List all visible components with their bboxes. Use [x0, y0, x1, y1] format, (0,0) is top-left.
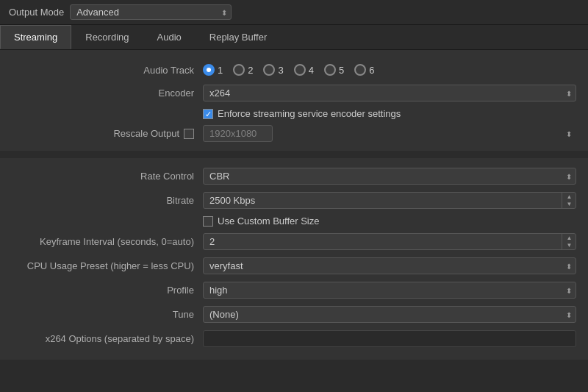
- keyframe-down-arrow[interactable]: ▼: [567, 242, 573, 249]
- rate-control-control: CBR: [203, 168, 576, 185]
- audio-track-1[interactable]: 1: [203, 64, 223, 76]
- tab-audio[interactable]: Audio: [143, 25, 196, 49]
- audio-track-1-radio[interactable]: [203, 64, 215, 76]
- top-bar: Output Mode Advanced: [0, 0, 588, 25]
- tune-select[interactable]: (None): [203, 306, 576, 323]
- profile-label: Profile: [12, 285, 203, 296]
- output-mode-select[interactable]: Advanced: [70, 4, 232, 20]
- bitrate-spinner[interactable]: ▲ ▼: [562, 192, 576, 209]
- custom-buffer-label[interactable]: Use Custom Buffer Size: [218, 215, 319, 227]
- profile-row: Profile high: [0, 278, 588, 302]
- enforce-checkbox-row: Enforce streaming service encoder settin…: [0, 105, 588, 122]
- keyframe-label: Keyframe Interval (seconds, 0=auto): [12, 236, 203, 247]
- bitrate-down-arrow[interactable]: ▼: [567, 201, 573, 208]
- audio-track-label: Audio Track: [12, 65, 203, 76]
- profile-control: high: [203, 282, 576, 299]
- cpu-preset-control: veryfast: [203, 257, 576, 274]
- audio-track-1-label: 1: [218, 65, 223, 76]
- tab-streaming[interactable]: Streaming: [0, 25, 71, 49]
- keyframe-up-arrow[interactable]: ▲: [567, 235, 573, 242]
- encoder-row: Encoder x264: [0, 81, 588, 105]
- rescale-label-container: Rescale Output: [12, 128, 203, 139]
- audio-track-6-label: 6: [369, 65, 374, 76]
- cpu-preset-select[interactable]: veryfast: [203, 257, 576, 274]
- x264-options-input[interactable]: [203, 330, 576, 347]
- tune-row: Tune (None): [0, 302, 588, 327]
- audio-track-2-radio[interactable]: [233, 64, 245, 76]
- custom-buffer-checkbox[interactable]: [203, 216, 213, 227]
- encoder-select-wrapper: x264: [203, 85, 576, 101]
- audio-track-6[interactable]: 6: [354, 64, 374, 76]
- bitrate-control: ▲ ▼: [203, 192, 576, 209]
- cpu-preset-label: CPU Usage Preset (higher = less CPU): [12, 260, 203, 271]
- audio-track-3[interactable]: 3: [263, 64, 283, 76]
- tune-label: Tune: [12, 309, 203, 320]
- rescale-select[interactable]: 1920x1080: [203, 125, 273, 142]
- tab-replay-buffer[interactable]: Replay Buffer: [196, 25, 282, 49]
- audio-track-5-radio[interactable]: [324, 64, 336, 76]
- audio-track-4-label: 4: [309, 65, 314, 76]
- audio-track-3-radio[interactable]: [263, 64, 275, 76]
- bitrate-input[interactable]: [203, 192, 576, 209]
- custom-buffer-row: Use Custom Buffer Size: [0, 213, 588, 229]
- tune-control: (None): [203, 306, 576, 323]
- section-divider: [0, 151, 588, 158]
- encoder-select[interactable]: x264: [203, 85, 576, 101]
- bitrate-label: Bitrate: [12, 195, 203, 206]
- rate-control-label: Rate Control: [12, 171, 203, 182]
- x264-options-label: x264 Options (separated by space): [12, 333, 203, 344]
- audio-track-5-label: 5: [339, 65, 344, 76]
- x264-options-row: x264 Options (separated by space): [0, 327, 588, 351]
- tab-recording[interactable]: Recording: [71, 25, 143, 49]
- enforce-checkbox[interactable]: [203, 109, 213, 119]
- encoder-label: Encoder: [12, 88, 203, 99]
- keyframe-row: Keyframe Interval (seconds, 0=auto) ▲ ▼: [0, 229, 588, 254]
- content-panel: Audio Track 1 2 3 4 5: [0, 50, 588, 360]
- audio-track-options: 1 2 3 4 5 6: [203, 64, 576, 76]
- keyframe-control: ▲ ▼: [203, 233, 576, 250]
- cpu-preset-wrapper: veryfast: [203, 257, 576, 274]
- output-mode-wrapper: Advanced: [70, 4, 232, 20]
- audio-track-3-label: 3: [278, 65, 283, 76]
- rate-control-select[interactable]: CBR: [203, 168, 576, 185]
- bitrate-up-arrow[interactable]: ▲: [567, 193, 573, 201]
- rescale-label-text: Rescale Output: [113, 128, 179, 139]
- audio-track-row: Audio Track 1 2 3 4 5: [0, 59, 588, 81]
- output-mode-label: Output Mode: [9, 7, 64, 18]
- audio-track-5[interactable]: 5: [324, 64, 344, 76]
- profile-select[interactable]: high: [203, 282, 576, 299]
- enforce-label[interactable]: Enforce streaming service encoder settin…: [218, 108, 401, 119]
- rescale-row: Rescale Output 1920x1080: [0, 122, 588, 145]
- rescale-checkbox[interactable]: [184, 129, 194, 139]
- tune-wrapper: (None): [203, 306, 576, 323]
- cpu-preset-row: CPU Usage Preset (higher = less CPU) ver…: [0, 254, 588, 278]
- audio-track-6-radio[interactable]: [354, 64, 366, 76]
- encoder-control: x264: [203, 85, 576, 101]
- rate-control-row: Rate Control CBR: [0, 164, 588, 188]
- x264-options-control: [203, 330, 576, 347]
- rescale-select-wrapper: 1920x1080: [203, 125, 576, 142]
- audio-track-4-radio[interactable]: [294, 64, 306, 76]
- keyframe-spinner[interactable]: ▲ ▼: [562, 233, 576, 250]
- rate-control-wrapper: CBR: [203, 168, 576, 185]
- keyframe-input[interactable]: [203, 233, 576, 250]
- audio-track-2[interactable]: 2: [233, 64, 253, 76]
- tabs-bar: Streaming Recording Audio Replay Buffer: [0, 25, 588, 50]
- audio-track-2-label: 2: [248, 65, 253, 76]
- audio-track-4[interactable]: 4: [294, 64, 314, 76]
- bitrate-row: Bitrate ▲ ▼: [0, 188, 588, 213]
- profile-wrapper: high: [203, 282, 576, 299]
